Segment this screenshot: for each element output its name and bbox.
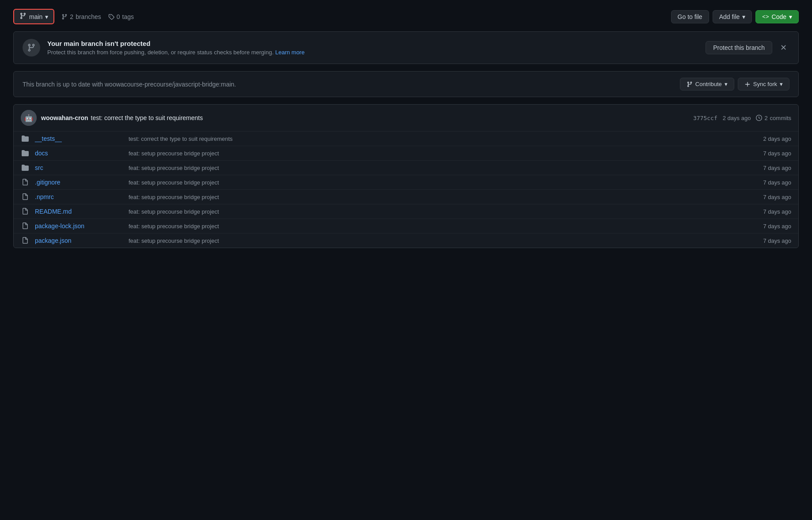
- table-row: docsfeat: setup precourse bridge project…: [14, 146, 798, 161]
- contribute-dropdown-icon: ▾: [725, 81, 728, 87]
- commit-header: 🤖 woowahan-cron test: correct the type t…: [14, 105, 798, 132]
- table-row: srcfeat: setup precourse bridge project7…: [14, 161, 798, 175]
- file-icon: [21, 208, 30, 215]
- tags-link[interactable]: 0 tags: [108, 13, 134, 20]
- file-time: 2 days ago: [763, 136, 791, 142]
- sync-fork-label: Sync fork: [753, 81, 777, 87]
- banner-left: Your main branch isn't protected Protect…: [23, 39, 304, 57]
- file-name[interactable]: docs: [35, 150, 123, 157]
- file-icon: [21, 193, 30, 200]
- table-row: __tests__test: correct the type to suit …: [14, 132, 798, 146]
- folder-icon: [21, 150, 30, 157]
- add-file-dropdown-icon: ▾: [742, 13, 745, 20]
- commit-header-left: 🤖 woowahan-cron test: correct the type t…: [21, 110, 203, 126]
- commit-time: 2 days ago: [723, 115, 751, 121]
- tags-count: 0: [117, 13, 120, 20]
- protect-branch-button[interactable]: Protect this branch: [706, 41, 772, 54]
- table-row: .npmrcfeat: setup precourse bridge proje…: [14, 190, 798, 204]
- file-time: 7 days ago: [763, 165, 791, 171]
- protection-banner: Your main branch isn't protected Protect…: [13, 31, 799, 64]
- code-label: Code: [772, 13, 786, 20]
- banner-text: Your main branch isn't protected Protect…: [47, 40, 304, 56]
- file-name[interactable]: .npmrc: [35, 193, 123, 200]
- add-file-button[interactable]: Add file ▾: [713, 10, 752, 23]
- file-commit-message[interactable]: feat: setup precourse bridge project: [129, 237, 758, 244]
- commits-label: commits: [770, 115, 791, 121]
- file-time: 7 days ago: [763, 194, 791, 200]
- file-rows: __tests__test: correct the type to suit …: [14, 132, 798, 248]
- commit-info: woowahan-cron test: correct the type to …: [41, 114, 203, 121]
- commits-count: 2: [764, 115, 767, 121]
- go-to-file-button[interactable]: Go to file: [671, 10, 709, 23]
- file-time: 7 days ago: [763, 237, 791, 244]
- close-banner-button[interactable]: ✕: [778, 42, 789, 53]
- branches-label: branches: [76, 13, 101, 20]
- meta-info: 2 branches 0 tags: [61, 13, 134, 20]
- table-row: package.jsonfeat: setup precourse bridge…: [14, 234, 798, 248]
- file-name[interactable]: .gitignore: [35, 179, 123, 186]
- banner-right: Protect this branch ✕: [706, 41, 789, 54]
- file-commit-message[interactable]: feat: setup precourse bridge project: [129, 208, 758, 215]
- file-name[interactable]: package.json: [35, 237, 123, 244]
- table-row: package-lock.jsonfeat: setup precourse b…: [14, 219, 798, 234]
- sync-banner: This branch is up to date with woowacour…: [13, 71, 799, 97]
- branch-dropdown-icon: ▾: [45, 13, 48, 20]
- table-row: .gitignorefeat: setup precourse bridge p…: [14, 175, 798, 190]
- svg-text:🤖: 🤖: [24, 114, 33, 122]
- file-time: 7 days ago: [763, 150, 791, 157]
- file-time: 7 days ago: [763, 223, 791, 230]
- file-commit-message[interactable]: test: correct the type to suit requireme…: [129, 136, 758, 142]
- table-row: README.mdfeat: setup precourse bridge pr…: [14, 204, 798, 219]
- contribute-button[interactable]: Contribute ▾: [680, 78, 734, 90]
- file-commit-message[interactable]: feat: setup precourse bridge project: [129, 150, 758, 157]
- file-commit-message[interactable]: feat: setup precourse bridge project: [129, 165, 758, 171]
- file-commit-message[interactable]: feat: setup precourse bridge project: [129, 179, 758, 186]
- learn-more-link[interactable]: Learn more: [275, 49, 304, 56]
- sync-fork-button[interactable]: Sync fork ▾: [738, 78, 789, 90]
- close-icon: ✕: [780, 43, 787, 52]
- toolbar-left: main ▾ 2 branches 0 tags: [13, 9, 134, 24]
- go-to-file-label: Go to file: [678, 13, 702, 20]
- folder-icon: [21, 164, 30, 171]
- file-time: 7 days ago: [763, 208, 791, 215]
- banner-description: Protect this branch from force pushing, …: [47, 49, 304, 56]
- commit-header-right: 3775ccf 2 days ago 2 commits: [693, 115, 791, 121]
- branches-link[interactable]: 2 branches: [61, 13, 101, 20]
- tags-label: tags: [122, 13, 134, 20]
- add-file-label: Add file: [719, 13, 740, 20]
- toolbar-right: Go to file Add file ▾ <> Code ▾: [671, 10, 799, 23]
- commit-hash[interactable]: 3775ccf: [693, 115, 717, 121]
- banner-icon-wrap: [23, 39, 40, 57]
- file-icon: [21, 222, 30, 230]
- sync-banner-text: This branch is up to date with woowacour…: [23, 81, 236, 88]
- folder-icon: [21, 135, 30, 142]
- code-dropdown-icon: ▾: [789, 13, 792, 20]
- commits-link[interactable]: 2 commits: [756, 115, 791, 121]
- file-table: 🤖 woowahan-cron test: correct the type t…: [13, 104, 799, 248]
- banner-title: Your main branch isn't protected: [47, 40, 304, 47]
- file-name[interactable]: package-lock.json: [35, 222, 123, 230]
- avatar: 🤖: [21, 110, 37, 126]
- file-name[interactable]: __tests__: [35, 135, 123, 142]
- file-icon: [21, 179, 30, 186]
- branch-name: main: [29, 13, 42, 20]
- file-commit-message[interactable]: feat: setup precourse bridge project: [129, 194, 758, 200]
- branch-selector[interactable]: main ▾: [13, 9, 54, 24]
- commit-message: test: correct the type to suit requireme…: [91, 114, 203, 121]
- file-time: 7 days ago: [763, 179, 791, 186]
- sync-fork-dropdown-icon: ▾: [780, 81, 783, 87]
- file-icon: [21, 237, 30, 244]
- file-commit-message[interactable]: feat: setup precourse bridge project: [129, 223, 758, 230]
- toolbar: main ▾ 2 branches 0 tags Go to file Add …: [13, 9, 799, 24]
- sync-actions: Contribute ▾ Sync fork ▾: [680, 78, 789, 90]
- file-name[interactable]: README.md: [35, 208, 123, 215]
- branches-count: 2: [70, 13, 73, 20]
- contribute-label: Contribute: [695, 81, 722, 87]
- code-button[interactable]: <> Code ▾: [755, 10, 799, 23]
- file-name[interactable]: src: [35, 164, 123, 171]
- code-angle-icon: <>: [762, 13, 769, 20]
- branch-icon: [19, 12, 27, 21]
- commit-author[interactable]: woowahan-cron: [41, 114, 88, 121]
